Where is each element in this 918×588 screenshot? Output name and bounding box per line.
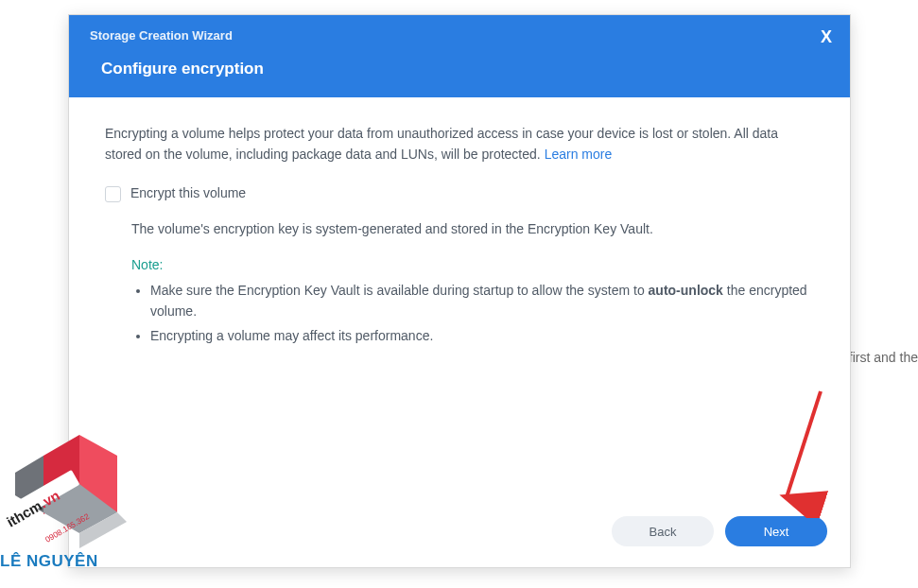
note-item-1: Make sure the Encryption Key Vault is av… [150, 281, 814, 321]
indented-content: The volume's encryption key is system-ge… [131, 219, 814, 346]
note-item-2: Encrypting a volume may affect its perfo… [150, 326, 814, 347]
dialog-subtitle: Configure encryption [101, 60, 829, 78]
encrypt-checkbox[interactable] [105, 186, 121, 202]
key-description: The volume's encryption key is system-ge… [131, 219, 814, 240]
svg-marker-4 [15, 456, 43, 512]
svg-text:ithcm.vn: ithcm.vn [4, 487, 62, 530]
encrypt-checkbox-row: Encrypt this volume [105, 183, 814, 204]
dialog-title: Storage Creation Wizard [90, 28, 829, 43]
watermark-domain: ithcm [4, 497, 44, 530]
note-item-1-pre: Make sure the Encryption Key Vault is av… [150, 283, 649, 298]
dialog-body: Encrypting a volume helps protect your d… [69, 97, 850, 503]
encrypt-checkbox-label: Encrypt this volume [130, 183, 246, 204]
next-button[interactable]: Next [725, 516, 827, 546]
close-icon[interactable]: X [818, 28, 835, 45]
wizard-dialog: Storage Creation Wizard Configure encryp… [68, 14, 851, 568]
watermark-tld: .vn [37, 487, 62, 511]
dialog-header: Storage Creation Wizard Configure encryp… [69, 15, 850, 97]
note-item-2-pre: Encrypting a volume may affect its perfo… [150, 328, 433, 343]
dialog-footer: Back Next [69, 503, 850, 567]
intro-paragraph: Encrypting a volume helps protect your d… [105, 124, 814, 164]
note-label: Note: [131, 255, 814, 276]
back-button[interactable]: Back [612, 516, 714, 546]
intro-text: Encrypting a volume helps protect your d… [105, 126, 778, 162]
background-text: first and the [849, 350, 918, 365]
learn-more-link[interactable]: Learn more [545, 147, 613, 162]
note-list: Make sure the Encryption Key Vault is av… [150, 281, 814, 346]
note-item-1-bold: auto-unlock [649, 283, 723, 298]
